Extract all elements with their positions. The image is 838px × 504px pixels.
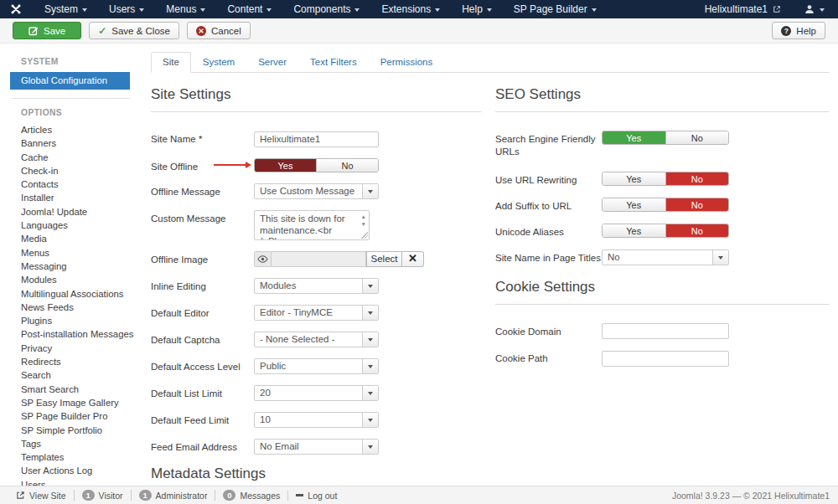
user-menu[interactable] (789, 4, 828, 14)
sidebar-item-contacts[interactable]: Contacts (10, 177, 141, 191)
menu-help[interactable]: Help (451, 0, 503, 18)
dropdown-button[interactable] (362, 440, 378, 454)
tab-server[interactable]: Server (246, 52, 298, 73)
scroll-down-icon[interactable]: ▼ (361, 222, 366, 227)
sidebar-item-messaging[interactable]: Messaging (10, 260, 141, 273)
offline-message-select[interactable]: Use Custom Message (254, 183, 379, 199)
dropdown-button[interactable] (362, 386, 378, 400)
sidebar-item-joomla-update[interactable]: Joomla! Update (10, 205, 141, 219)
preview-site-link[interactable]: Helixultimate1 (696, 3, 789, 15)
sidebar-item-sp-simple-portfolio[interactable]: SP Simple Portfolio (10, 424, 141, 437)
unicode-aliases-no-button[interactable]: No (665, 224, 729, 237)
visitor-status[interactable]: 1 Visitor (74, 490, 131, 501)
save-close-button[interactable]: ✓ Save & Close (89, 22, 179, 39)
add-suffix-no-button[interactable]: No (665, 198, 729, 211)
feed-email-select[interactable]: No Email (254, 439, 379, 455)
joomla-logo-icon[interactable] (10, 3, 22, 15)
sidebar-options-list: Articles Banners Cache Check-in Contacts… (10, 123, 141, 486)
image-select-button[interactable]: Select (366, 251, 402, 267)
sidebar-item-articles[interactable]: Articles (10, 123, 141, 136)
menu-sp-page-builder[interactable]: SP Page Builder (503, 0, 608, 18)
cookie-path-input[interactable] (602, 351, 729, 367)
default-feed-limit-select[interactable]: 10 (254, 412, 379, 428)
view-site-link[interactable]: View Site (8, 491, 74, 501)
sidebar-item-redirects[interactable]: Redirects (10, 355, 141, 368)
external-link-icon (773, 5, 781, 13)
sef-urls-yes-button[interactable]: Yes (603, 131, 665, 144)
tab-text-filters[interactable]: Text Filters (298, 52, 369, 73)
sidebar-item-languages[interactable]: Languages (10, 219, 141, 232)
resize-grip-icon[interactable] (361, 232, 368, 239)
default-editor-field: Default Editor Editor - TinyMCE (151, 305, 482, 321)
cookie-domain-input[interactable] (602, 323, 729, 339)
menu-components[interactable]: Components (282, 0, 370, 18)
site-offline-no-button[interactable]: No (316, 159, 378, 172)
add-suffix-yes-button[interactable]: Yes (603, 198, 665, 211)
clear-image-button[interactable]: ✕ (402, 251, 424, 267)
default-list-limit-field: Default List Limit 20 (151, 385, 482, 401)
site-name-input[interactable] (254, 131, 379, 147)
dropdown-button[interactable] (362, 332, 378, 347)
menu-extensions[interactable]: Extensions (370, 0, 451, 18)
site-offline-yes-button[interactable]: Yes (255, 159, 316, 172)
default-access-select[interactable]: Public (254, 358, 379, 374)
sidebar-item-smart-search[interactable]: Smart Search (10, 383, 141, 396)
url-rewriting-no-button[interactable]: No (665, 172, 729, 185)
menu-users[interactable]: Users (98, 0, 155, 18)
messages-status[interactable]: 0 Messages (215, 490, 287, 501)
menu-content[interactable]: Content (216, 0, 282, 18)
tab-permissions[interactable]: Permissions (369, 52, 445, 73)
dropdown-button[interactable] (362, 279, 378, 293)
sidebar-item-installer[interactable]: Installer (10, 191, 141, 204)
preview-eye-button[interactable] (254, 251, 272, 267)
cookie-domain-field: Cookie Domain (495, 323, 830, 340)
dropdown-button[interactable] (712, 250, 728, 265)
sidebar-item-post-installation-messages[interactable]: Post-installation Messages (10, 327, 141, 341)
sidebar-item-user-actions-log[interactable]: User Actions Log (10, 464, 141, 477)
cancel-icon: ✕ (196, 26, 206, 36)
sidebar-item-media[interactable]: Media (10, 232, 141, 245)
menu-system[interactable]: System (34, 0, 98, 18)
sidebar-item-users[interactable]: Users (10, 478, 141, 486)
default-list-limit-select[interactable]: 20 (254, 385, 379, 401)
tab-system[interactable]: System (191, 52, 246, 73)
dropdown-button[interactable] (362, 413, 378, 427)
sidebar-item-plugins[interactable]: Plugins (10, 314, 141, 327)
sidebar-item-templates[interactable]: Templates (10, 450, 141, 464)
sidebar-item-global-configuration[interactable]: Global Configuration (10, 72, 130, 90)
default-access-label: Default Access Level (151, 358, 254, 373)
default-editor-select[interactable]: Editor - TinyMCE (254, 305, 379, 321)
sitename-titles-select[interactable]: No (602, 249, 729, 265)
sidebar-item-check-in[interactable]: Check-in (10, 164, 141, 177)
sef-urls-no-button[interactable]: No (665, 131, 729, 144)
inline-editing-select[interactable]: Modules (254, 278, 379, 294)
logout-link[interactable]: Log out (287, 491, 344, 501)
sidebar-item-banners[interactable]: Banners (10, 136, 141, 150)
sidebar-item-search[interactable]: Search (10, 368, 141, 382)
tab-site[interactable]: Site (151, 52, 191, 73)
sidebar-item-menus[interactable]: Menus (10, 246, 141, 260)
annotation-arrow (214, 164, 246, 166)
unicode-aliases-yes-button[interactable]: Yes (603, 224, 665, 237)
default-captcha-select[interactable]: - None Selected - (254, 332, 379, 347)
offline-image-path-input[interactable] (272, 251, 366, 267)
sidebar-item-sp-easy-image-gallery[interactable]: SP Easy Image Gallery (10, 396, 141, 409)
cancel-button[interactable]: ✕ Cancel (187, 22, 251, 39)
sidebar-item-tags[interactable]: Tags (10, 437, 141, 450)
sidebar-item-modules[interactable]: Modules (10, 273, 141, 286)
administrator-status[interactable]: 1 Administrator (131, 490, 215, 501)
url-rewriting-yes-button[interactable]: Yes (603, 172, 665, 185)
scroll-up-icon[interactable]: ▲ (361, 214, 366, 219)
sidebar-item-privacy[interactable]: Privacy (10, 342, 141, 355)
save-button[interactable]: Save (13, 22, 81, 39)
menu-menus[interactable]: Menus (155, 0, 216, 18)
custom-message-textarea[interactable]: This site is down for maintenance.<br />… (254, 210, 370, 240)
sidebar-item-sp-page-builder-pro[interactable]: SP Page Builder Pro (10, 409, 141, 423)
help-button[interactable]: ? Help (772, 22, 825, 39)
dropdown-button[interactable] (362, 359, 378, 373)
dropdown-button[interactable] (362, 184, 378, 198)
sidebar-item-cache[interactable]: Cache (10, 151, 141, 164)
sidebar-item-multilingual-associations[interactable]: Multilingual Associations (10, 287, 141, 301)
dropdown-button[interactable] (362, 306, 378, 320)
sidebar-item-news-feeds[interactable]: News Feeds (10, 301, 141, 314)
